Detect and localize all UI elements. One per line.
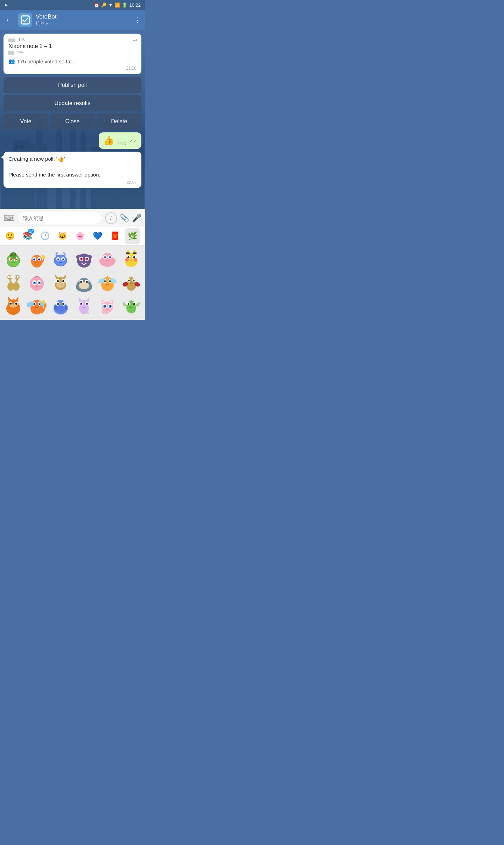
slash-icon: / (110, 215, 112, 221)
delete-button[interactable]: Delete (97, 113, 141, 130)
sticker-jigglypuff[interactable] (26, 271, 48, 294)
poll-timestamp: 21:26 (8, 66, 136, 71)
svg-point-56 (81, 258, 82, 259)
time-display: 10:22 (129, 2, 141, 8)
message-input[interactable] (18, 212, 102, 224)
svg-point-128 (128, 279, 130, 281)
svg-point-98 (34, 282, 35, 283)
sticker-scyther[interactable] (120, 295, 143, 318)
svg-point-67 (105, 257, 106, 257)
sticker-arcanine[interactable] (2, 295, 25, 318)
pack1-tab[interactable]: 🐱 (55, 228, 70, 244)
sticker-bulbasaur[interactable] (2, 248, 25, 270)
bot-line2: Please send me the first answer option. (8, 172, 100, 178)
svg-point-107 (63, 280, 64, 281)
svg-point-90 (10, 276, 12, 277)
svg-point-108 (56, 282, 65, 288)
bot-name: VoteBot (36, 13, 131, 20)
sticker-charmander[interactable] (26, 248, 48, 270)
svg-rect-79 (126, 252, 130, 254)
sent-time: 22:07 (117, 142, 127, 146)
close-button[interactable]: Close (50, 113, 94, 130)
sticker-squirtle[interactable] (49, 248, 72, 270)
keyboard-icon[interactable]: ⌨ (4, 214, 15, 223)
chat-header: ← VoteBot 机器人 ⋮ (0, 10, 145, 30)
svg-point-33 (10, 253, 13, 256)
svg-point-78 (134, 258, 137, 262)
svg-point-29 (15, 258, 17, 261)
share-button[interactable]: ↩ (133, 37, 137, 44)
poll-option-label: Xiaomi note 2 – 1 (8, 43, 136, 49)
pack2-icon: 🌸 (75, 231, 85, 241)
svg-point-57 (86, 258, 88, 259)
sticker-gengar[interactable] (73, 248, 96, 270)
svg-point-154 (57, 303, 59, 305)
svg-point-139 (16, 303, 17, 304)
svg-point-41 (39, 259, 40, 259)
svg-point-129 (133, 279, 134, 281)
pack1-icon: 🐱 (58, 231, 67, 241)
svg-point-93 (30, 277, 44, 291)
svg-point-38 (33, 258, 35, 261)
svg-point-40 (34, 259, 35, 259)
sticker-snorlax[interactable] (73, 271, 96, 294)
pack5-tab[interactable]: 🌿 (125, 228, 140, 244)
svg-point-77 (125, 258, 129, 262)
sticker-mew[interactable] (96, 295, 119, 318)
publish-poll-button[interactable]: Publish poll (4, 77, 141, 93)
sticker-blastoise[interactable] (49, 295, 72, 318)
bot-reply-bubble: Creating a new poll: '👍' Please send me … (4, 152, 141, 188)
sticker-doduo[interactable] (2, 271, 25, 294)
emoji-tab[interactable]: 🙂 (2, 228, 18, 244)
svg-point-31 (16, 259, 16, 259)
sticker-mewtwo[interactable] (73, 295, 96, 318)
more-options-button[interactable]: ⋮ (134, 16, 141, 24)
sent-bubble: 👍 22:07 ✓✓ (99, 132, 141, 149)
pack3-tab[interactable]: 💙 (90, 228, 105, 244)
sticker-tab-bar: 🙂 📚 17 🕐 🐱 🌸 💙 🧧 🌿 🖼️ (0, 227, 145, 245)
sticker-eevee[interactable] (49, 271, 72, 294)
svg-point-66 (109, 256, 111, 258)
sticker-pikachu[interactable] (120, 248, 143, 270)
attachment-button[interactable]: 📎 (120, 214, 129, 223)
svg-point-76 (134, 257, 135, 258)
svg-point-158 (55, 306, 66, 313)
svg-point-89 (9, 276, 10, 277)
slash-command-button[interactable]: / (105, 212, 117, 224)
bot-message-time: 22:07 (127, 180, 136, 185)
vote-button[interactable]: Vote (4, 113, 48, 130)
pack6-tab[interactable]: 🖼️ (142, 228, 145, 244)
back-button[interactable]: ← (4, 14, 15, 26)
thumbs-up-emoji: 👍 (103, 135, 114, 146)
sticker-slowpoke[interactable] (96, 248, 119, 270)
svg-point-34 (14, 253, 16, 256)
svg-point-155 (62, 303, 64, 305)
svg-point-138 (10, 303, 12, 304)
sticker-hitmonchan[interactable] (120, 271, 143, 294)
svg-point-47 (57, 258, 59, 261)
sticker-badge: 17 (28, 229, 34, 234)
svg-rect-80 (133, 252, 136, 254)
update-results-button[interactable]: Update results (4, 95, 141, 111)
svg-point-50 (63, 259, 64, 259)
svg-point-166 (87, 303, 88, 304)
poll-option: Xiaomi note 2 – 1 1% (8, 43, 136, 55)
svg-point-60 (85, 263, 86, 264)
bot-message-footer: 22:07 (8, 180, 136, 185)
bot-buttons: Publish poll Update results Vote Close D… (4, 77, 141, 130)
pack2-tab[interactable]: 🌸 (72, 228, 88, 244)
svg-point-140 (10, 304, 17, 308)
location-icon: ➤ (4, 2, 8, 8)
svg-point-48 (62, 258, 64, 261)
sticker-charizard[interactable] (26, 295, 48, 318)
microphone-button[interactable]: 🎤 (132, 214, 141, 223)
pack3-icon: 💙 (93, 231, 102, 241)
signal-icon: 📶 (114, 2, 120, 8)
battery-icon: 🔋 (122, 2, 127, 8)
recent-tab[interactable]: 🕐 (37, 228, 52, 244)
sticker-add-tab[interactable]: 📚 17 (20, 228, 35, 244)
sticker-dragonite[interactable] (96, 271, 119, 294)
svg-point-91 (16, 276, 17, 277)
pack4-tab[interactable]: 🧧 (107, 228, 122, 244)
poll-top-percent: 1% (8, 37, 136, 42)
